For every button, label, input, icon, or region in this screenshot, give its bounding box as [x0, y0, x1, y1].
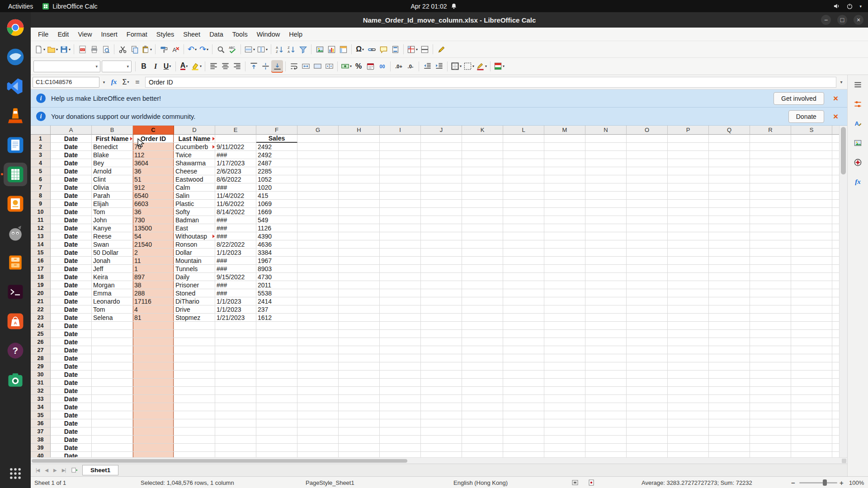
column-header-O[interactable]: O — [627, 126, 668, 135]
cell-Q19[interactable] — [709, 281, 750, 289]
minimize-button[interactable]: − — [821, 15, 831, 25]
row-header-2[interactable]: 2 — [31, 143, 51, 151]
cell-R32[interactable] — [750, 387, 791, 395]
select-all-corner[interactable] — [31, 126, 51, 135]
cell-N37[interactable] — [585, 427, 627, 436]
cell-B10[interactable]: Tom — [92, 208, 133, 216]
cell-J35[interactable] — [421, 411, 462, 419]
cell-T28[interactable] — [832, 354, 839, 362]
cell-L40[interactable] — [503, 452, 544, 457]
cell-T6[interactable] — [832, 175, 839, 183]
cell-H5[interactable] — [339, 167, 380, 175]
cell-L31[interactable] — [503, 379, 544, 387]
cell-C21[interactable]: 17116 — [133, 297, 174, 305]
cell-H19[interactable] — [339, 281, 380, 289]
border-style-button[interactable] — [462, 60, 475, 73]
cell-L39[interactable] — [503, 444, 544, 452]
cell-Q17[interactable] — [709, 265, 750, 273]
cell-S33[interactable] — [791, 395, 832, 403]
cell-J6[interactable] — [421, 175, 462, 183]
cell-G32[interactable] — [297, 387, 339, 395]
cell-N14[interactable] — [585, 240, 627, 249]
cell-J34[interactable] — [421, 403, 462, 411]
cell-A40[interactable]: Date — [51, 452, 92, 457]
cell-H36[interactable] — [339, 419, 380, 427]
cell-Q21[interactable] — [709, 297, 750, 305]
cell-F7[interactable]: 1020 — [256, 183, 297, 192]
cell-K1[interactable] — [462, 135, 503, 143]
menu-item[interactable]: Sheet — [179, 28, 205, 41]
menu-item[interactable]: Format — [122, 28, 152, 41]
cell-K20[interactable] — [462, 289, 503, 297]
cell-T38[interactable] — [832, 436, 839, 444]
cell-P30[interactable] — [668, 371, 709, 379]
cell-L23[interactable] — [503, 314, 544, 322]
cell-F33[interactable] — [256, 395, 297, 403]
cell-O17[interactable] — [627, 265, 668, 273]
cell-I6[interactable] — [380, 175, 421, 183]
cell-B37[interactable] — [92, 427, 133, 436]
special-character-button[interactable]: Ω — [354, 43, 366, 56]
cell-P18[interactable] — [668, 273, 709, 281]
cell-I16[interactable] — [380, 257, 421, 265]
cell-H24[interactable] — [339, 322, 380, 330]
row-header-18[interactable]: 18 — [31, 273, 51, 281]
cell-L25[interactable] — [503, 330, 544, 338]
cell-R18[interactable] — [750, 273, 791, 281]
cell-I28[interactable] — [380, 354, 421, 362]
cell-H20[interactable] — [339, 289, 380, 297]
cell-L38[interactable] — [503, 436, 544, 444]
cell-I20[interactable] — [380, 289, 421, 297]
cell-E37[interactable] — [215, 427, 256, 436]
row-header-11[interactable]: 11 — [31, 216, 51, 224]
cell-P6[interactable] — [668, 175, 709, 183]
cell-K27[interactable] — [462, 346, 503, 354]
cell-D3[interactable]: Twice — [174, 151, 215, 159]
row-header-19[interactable]: 19 — [31, 281, 51, 289]
cell-A1[interactable]: Date — [51, 135, 92, 143]
menu-item[interactable]: Tools — [228, 28, 252, 41]
cell-P39[interactable] — [668, 444, 709, 452]
cell-D1[interactable]: Last Name — [174, 135, 215, 143]
cell-G7[interactable] — [297, 183, 339, 192]
row-header-25[interactable]: 25 — [31, 330, 51, 338]
cell-D16[interactable]: Mountain — [174, 257, 215, 265]
cell-T35[interactable] — [832, 411, 839, 419]
cell-O10[interactable] — [627, 208, 668, 216]
cell-A34[interactable]: Date — [51, 403, 92, 411]
cell-O35[interactable] — [627, 411, 668, 419]
draw-functions-button[interactable] — [435, 43, 447, 56]
cell-P9[interactable] — [668, 200, 709, 208]
window-titlebar[interactable]: Name_Order_Id_move_column.xlsx - LibreOf… — [31, 12, 868, 28]
cell-G39[interactable] — [297, 444, 339, 452]
menu-item[interactable]: Help — [284, 28, 307, 41]
row-header-32[interactable]: 32 — [31, 387, 51, 395]
function-wizard-button[interactable]: fx — [108, 77, 119, 88]
cell-K17[interactable] — [462, 265, 503, 273]
cell-S21[interactable] — [791, 297, 832, 305]
cell-B40[interactable] — [92, 452, 133, 457]
cell-B5[interactable]: Arnold — [92, 167, 133, 175]
cell-O39[interactable] — [627, 444, 668, 452]
cell-T13[interactable] — [832, 232, 839, 240]
cell-A32[interactable]: Date — [51, 387, 92, 395]
cell-M26[interactable] — [544, 338, 585, 346]
cell-T2[interactable] — [832, 143, 839, 151]
column-header-C[interactable]: C — [133, 126, 174, 135]
cell-H10[interactable] — [339, 208, 380, 216]
cell-P7[interactable] — [668, 183, 709, 192]
cell-J15[interactable] — [421, 249, 462, 257]
cell-B21[interactable]: Leonardo — [92, 297, 133, 305]
cell-J12[interactable] — [421, 224, 462, 232]
cell-B31[interactable] — [92, 379, 133, 387]
cell-R19[interactable] — [750, 281, 791, 289]
cell-L19[interactable] — [503, 281, 544, 289]
cell-T29[interactable] — [832, 362, 839, 371]
cell-B8[interactable]: Parah — [92, 192, 133, 200]
italic-button[interactable]: I — [150, 60, 161, 73]
conditional-formatting-button[interactable] — [493, 60, 505, 73]
add-decimal-button[interactable]: .0+ — [393, 60, 405, 73]
cell-L22[interactable] — [503, 305, 544, 314]
cell-R38[interactable] — [750, 436, 791, 444]
cell-A2[interactable]: Date — [51, 143, 92, 151]
